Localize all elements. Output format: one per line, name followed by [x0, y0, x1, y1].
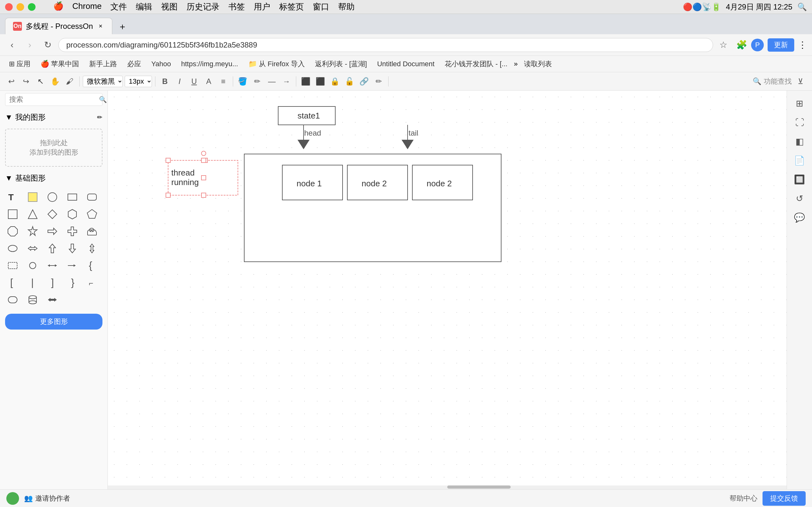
- unlock-button[interactable]: 🔓: [343, 75, 356, 88]
- shape-rectangle[interactable]: [65, 189, 80, 205]
- comment-button[interactable]: 💬: [791, 209, 809, 226]
- bookmark-firefox[interactable]: 📁 从 Firefox 导入: [245, 58, 309, 70]
- update-button[interactable]: 更新: [768, 38, 794, 52]
- menu-chrome[interactable]: Chrome: [72, 1, 101, 12]
- handle-mr[interactable]: [201, 176, 206, 180]
- basic-shapes-section[interactable]: ▼ 基础图形: [0, 169, 107, 187]
- font-select[interactable]: 微软雅黑: [83, 76, 123, 87]
- shape-double-arrow-v[interactable]: [84, 241, 100, 256]
- align-button[interactable]: ≡: [217, 75, 230, 88]
- shape-hexagon[interactable]: [65, 207, 80, 222]
- edit-button[interactable]: ✏: [372, 75, 385, 88]
- close-button[interactable]: [5, 3, 13, 11]
- fullscreen-button[interactable]: ⛶: [791, 113, 809, 131]
- handle-tl[interactable]: [166, 158, 170, 163]
- fill-color-button[interactable]: 🪣: [236, 75, 249, 88]
- layer-up-button[interactable]: ⬛: [299, 75, 312, 88]
- hand-button[interactable]: ✋: [49, 75, 61, 88]
- layers-button[interactable]: ◧: [791, 132, 809, 150]
- shape-triangle[interactable]: [25, 207, 40, 222]
- menu-edit[interactable]: 编辑: [136, 1, 152, 12]
- shape-curly-brace-left[interactable]: {: [84, 258, 100, 273]
- shape-double-arrow-h[interactable]: [25, 241, 40, 256]
- extensions-icon[interactable]: 🧩: [736, 40, 747, 50]
- my-shapes-edit-icon[interactable]: ✏: [97, 113, 102, 121]
- shape-diamond[interactable]: [45, 207, 60, 222]
- browser-tab[interactable]: On 多线程 - ProcessOn ×: [5, 18, 112, 34]
- search-submit-icon[interactable]: 🔍: [99, 96, 107, 103]
- back-button[interactable]: ‹: [5, 38, 19, 52]
- tab-close-button[interactable]: ×: [97, 22, 104, 30]
- line-end-button[interactable]: →: [280, 75, 293, 88]
- my-shapes-section[interactable]: ▼ 我的图形 ✏: [0, 108, 107, 126]
- search-label[interactable]: 功能查找: [764, 77, 792, 86]
- invite-collaborator-button[interactable]: 👥 邀请协作者: [24, 494, 70, 503]
- canvas-area[interactable]: thread running state1 head tail: [108, 91, 786, 489]
- menu-user[interactable]: 用户: [254, 1, 270, 12]
- bookmark-newhand[interactable]: 新手上路: [85, 58, 121, 70]
- horizontal-scrollbar[interactable]: [108, 486, 786, 489]
- shape-cross[interactable]: [65, 224, 80, 239]
- minimize-button[interactable]: [16, 3, 24, 11]
- shape-lr-arrow[interactable]: [45, 258, 60, 273]
- shape-note[interactable]: [25, 189, 40, 205]
- underline-button[interactable]: U: [188, 75, 200, 88]
- feedback-button[interactable]: 提交反馈: [763, 491, 806, 506]
- shape-rounded-rect-2[interactable]: [5, 292, 20, 307]
- shapes-drop-zone[interactable]: 拖到此处 添加到我的图形: [5, 129, 102, 167]
- bookmark-read[interactable]: 读取列表: [520, 58, 556, 70]
- font-color-button[interactable]: A: [202, 75, 215, 88]
- reload-button[interactable]: ↻: [41, 38, 55, 52]
- menu-bookmarks[interactable]: 书签: [229, 1, 245, 12]
- shape-curly-brace-left-2[interactable]: ⌐: [84, 275, 100, 290]
- menu-file[interactable]: 文件: [110, 1, 127, 12]
- new-tab-button[interactable]: ＋: [115, 19, 130, 34]
- handle-bl[interactable]: [166, 193, 170, 198]
- rotation-handle[interactable]: [201, 151, 206, 156]
- shape-bracket-close[interactable]: ]: [45, 275, 60, 290]
- scrollbar-thumb[interactable]: [447, 486, 511, 489]
- history-button[interactable]: ↺: [791, 189, 809, 207]
- shape-text[interactable]: T: [5, 189, 20, 205]
- search-input[interactable]: [9, 95, 96, 104]
- menu-tabs[interactable]: 标签页: [279, 1, 304, 12]
- fullscreen-button[interactable]: [28, 3, 36, 11]
- shape-star[interactable]: [25, 224, 40, 239]
- handle-br[interactable]: [201, 193, 206, 198]
- shape-bracket-open[interactable]: [: [5, 275, 20, 290]
- pointer-button[interactable]: ↖: [34, 75, 47, 88]
- shape-arrow-down[interactable]: [65, 241, 80, 256]
- layer-down-button[interactable]: ⬛: [314, 75, 327, 88]
- forward-button[interactable]: ›: [23, 38, 37, 52]
- format-panel-button[interactable]: 🔲: [791, 170, 809, 188]
- shape-curly-brace-right[interactable]: }: [65, 275, 80, 290]
- bookmark-apps[interactable]: ⊞ 应用: [5, 58, 34, 70]
- shape-vertical-bar[interactable]: |: [25, 275, 40, 290]
- lock-button[interactable]: 🔒: [328, 75, 341, 88]
- undo-button[interactable]: ↩: [5, 75, 18, 88]
- search-icon[interactable]: 🔍: [798, 3, 807, 11]
- redo-button[interactable]: ↪: [20, 75, 32, 88]
- shape-square[interactable]: [5, 207, 20, 222]
- bookmark-untitled[interactable]: Untitled Document: [373, 59, 438, 69]
- shape-pentagon[interactable]: [84, 207, 100, 222]
- bookmark-huaxiaoqian[interactable]: 花小钱开发团队 - [...: [441, 58, 511, 70]
- more-shapes-button[interactable]: 更多图形: [5, 314, 102, 330]
- shape-rounded-rect[interactable]: [84, 189, 100, 205]
- link-button[interactable]: 🔗: [358, 75, 370, 88]
- bookmark-img[interactable]: https://img.meyu...: [177, 59, 242, 69]
- shape-right-arrow-line[interactable]: [65, 258, 80, 273]
- italic-button[interactable]: I: [173, 75, 186, 88]
- shape-arrow-up[interactable]: [45, 241, 60, 256]
- handle-tr[interactable]: [201, 158, 206, 163]
- bookmark-star-icon[interactable]: ☆: [719, 40, 727, 50]
- bookmark-bing[interactable]: 必应: [123, 58, 145, 70]
- expand-button[interactable]: ⊻: [794, 75, 807, 88]
- shape-oval[interactable]: [5, 241, 20, 256]
- shape-cloud[interactable]: [84, 224, 100, 239]
- bookmark-fanli[interactable]: 返利列表 - [蓝湖]: [311, 58, 371, 70]
- shape-double-arrow-both[interactable]: [45, 292, 60, 307]
- line-color-button[interactable]: ✏: [251, 75, 264, 88]
- menu-history[interactable]: 历史记录: [187, 1, 219, 12]
- more-options-icon[interactable]: ⋮: [798, 40, 807, 50]
